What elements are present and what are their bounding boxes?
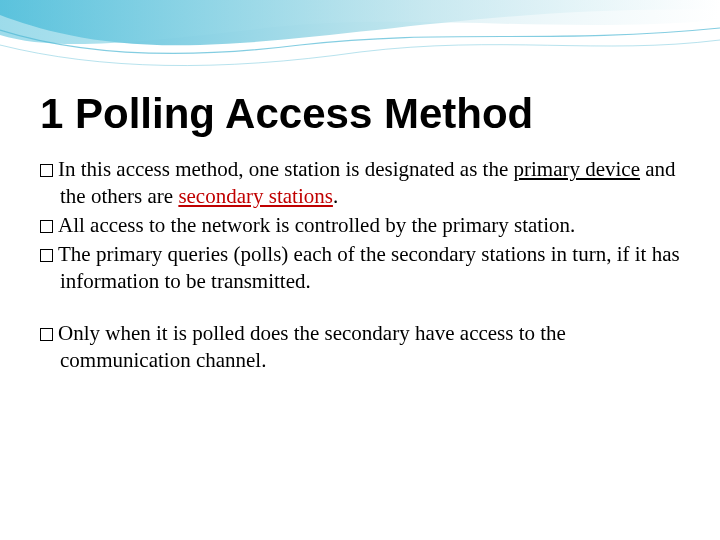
text-fragment: In this access method, one station is de… [58,157,513,181]
bullet-text: All access to the network is controlled … [58,213,575,237]
bullet-text: The primary queries (polls) each of the … [58,242,680,293]
bullet-marker-icon [40,249,53,262]
bullet-marker-icon [40,164,53,177]
bullet-item-3: The primary queries (polls) each of the … [40,241,680,295]
spacer [40,296,680,320]
underlined-term-secondary: secondary stations [178,184,333,208]
bullet-marker-icon [40,220,53,233]
slide-content: 1 Polling Access Method In this access m… [0,0,720,374]
text-fragment: . [333,184,338,208]
bullet-item-4: Only when it is polled does the secondar… [40,320,680,374]
bullet-text: Only when it is polled does the secondar… [58,321,566,372]
bullet-item-1: In this access method, one station is de… [40,156,680,210]
bullet-text: In this access method, one station is de… [58,157,676,208]
bullet-marker-icon [40,328,53,341]
underlined-term-primary: primary device [513,157,640,181]
bullet-list: In this access method, one station is de… [40,156,680,374]
slide-title: 1 Polling Access Method [40,90,680,138]
bullet-item-2: All access to the network is controlled … [40,212,680,239]
